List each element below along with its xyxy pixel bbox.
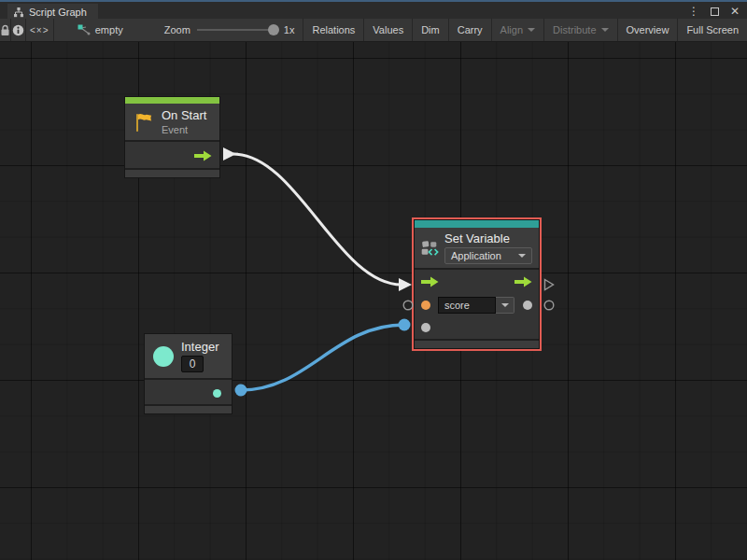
integer-output-port[interactable]: [213, 389, 221, 398]
tab-title: Script Graph: [29, 7, 87, 18]
zoom-control: Zoom 1x: [156, 19, 303, 41]
integer-literal-icon: [152, 345, 175, 368]
relations-button[interactable]: Relations: [303, 19, 364, 41]
flow-connection-wire[interactable]: [223, 147, 412, 291]
node-title: Integer: [181, 340, 218, 354]
carry-button[interactable]: Carry: [449, 19, 492, 41]
graph-canvas[interactable]: On Start Event Integer 0: [0, 42, 747, 560]
overview-button[interactable]: Overview: [618, 19, 679, 41]
input-value-port[interactable]: [421, 323, 430, 332]
node-footer: [125, 168, 219, 177]
on-start-header: On Start Event: [125, 104, 219, 140]
chevron-down-icon: [501, 303, 509, 307]
dim-button[interactable]: Dim: [413, 19, 449, 41]
flow-continue-hint-triangle: [543, 278, 555, 291]
graph-pointer-icon: [78, 24, 91, 35]
set-variable-icon: [421, 236, 439, 260]
info-button[interactable]: [11, 19, 25, 41]
title-bar: Script Graph ⋮ ✕: [0, 0, 747, 19]
integer-value-field[interactable]: 0: [181, 356, 204, 372]
value-port-row: [415, 316, 539, 339]
variable-name-field[interactable]: score: [438, 297, 496, 314]
integer-header: Integer 0: [145, 334, 232, 378]
distribute-dropdown-button[interactable]: Distribute: [544, 19, 617, 41]
lock-icon: [0, 24, 10, 36]
maximize-icon[interactable]: [706, 4, 723, 19]
node-accent-bar: [125, 97, 219, 104]
close-icon[interactable]: ✕: [726, 4, 743, 19]
input-port-hint-circle: [402, 300, 414, 311]
variable-name-port[interactable]: [421, 301, 430, 310]
graph-toolbar: <×> empty Zoom 1x Relations Values Dim C…: [0, 19, 747, 42]
integer-ports: [145, 378, 232, 404]
node-footer: [415, 339, 539, 348]
zoom-slider[interactable]: [197, 29, 277, 31]
node-on-start[interactable]: On Start Event: [124, 96, 220, 178]
variable-name-combo[interactable]: score: [438, 297, 514, 314]
node-subtitle: Event: [162, 124, 206, 135]
node-title: On Start: [162, 108, 206, 122]
node-accent-bar: [415, 220, 539, 228]
chevron-down-icon: [601, 28, 609, 32]
window-controls: ⋮ ✕: [685, 4, 743, 19]
code-inspector-toggle[interactable]: <×>: [26, 19, 54, 41]
zoom-slider-handle[interactable]: [268, 24, 279, 35]
zoom-value: 1x: [284, 24, 295, 35]
info-icon: [12, 24, 24, 36]
variable-name-dropdown-button[interactable]: [496, 297, 514, 314]
flow-port-row: [415, 270, 539, 294]
window-menu-icon[interactable]: ⋮: [685, 4, 702, 19]
full-screen-button[interactable]: Full Screen: [678, 19, 747, 41]
flow-input-port[interactable]: [421, 276, 439, 287]
variable-scope-dropdown[interactable]: Application: [444, 247, 532, 264]
flow-output-port[interactable]: [194, 150, 212, 161]
node-set-variable[interactable]: Set Variable Application: [414, 219, 540, 349]
align-dropdown-button[interactable]: Align: [492, 19, 544, 41]
breadcrumb-label: empty: [95, 24, 123, 35]
value-connection-wire[interactable]: [235, 319, 411, 397]
zoom-label: Zoom: [164, 24, 190, 35]
values-button[interactable]: Values: [364, 19, 413, 41]
on-start-ports: [125, 140, 219, 168]
output-port-hint-circle: [543, 300, 555, 311]
node-integer[interactable]: Integer 0: [144, 333, 233, 414]
breadcrumb[interactable]: empty: [69, 19, 132, 41]
code-inspector-glyph: <×>: [30, 25, 49, 35]
flag-icon: [133, 111, 155, 133]
output-value-port[interactable]: [523, 301, 532, 310]
chevron-down-icon: [518, 254, 526, 258]
lock-button[interactable]: [0, 19, 11, 41]
set-variable-ports: score: [415, 268, 539, 339]
flow-output-port[interactable]: [514, 276, 532, 287]
chevron-down-icon: [528, 28, 535, 32]
node-title: Set Variable: [444, 231, 532, 245]
graph-hierarchy-icon: [13, 7, 24, 18]
name-port-row: score: [415, 294, 539, 316]
set-variable-header: Set Variable Application: [415, 228, 539, 268]
node-footer: [145, 404, 232, 413]
